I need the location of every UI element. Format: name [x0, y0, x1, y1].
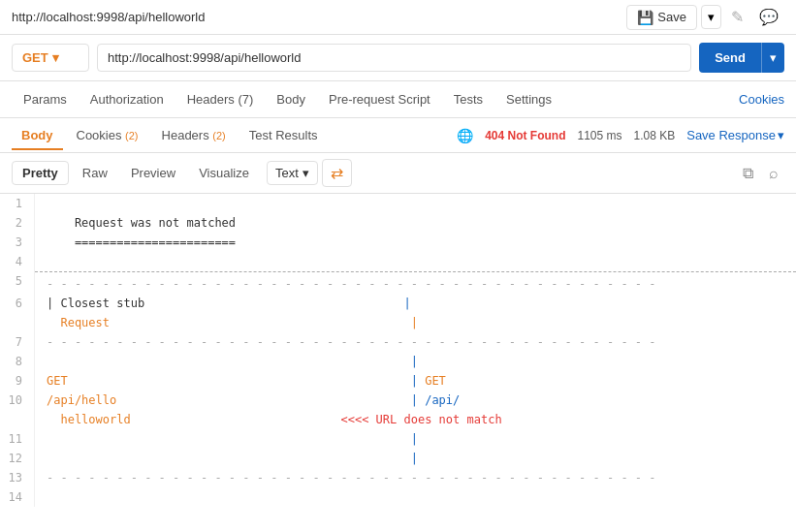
title-bar: http://localhost:9998/api/helloworld 💾 S…	[0, 0, 796, 35]
line-num-4: 4	[0, 252, 35, 271]
globe-icon: 🌐	[457, 128, 473, 143]
line-content-3: =======================	[35, 233, 796, 252]
tab-headers[interactable]: Headers (7)	[175, 84, 266, 116]
code-line-9: 9 GET | GET	[0, 371, 796, 391]
status-time: 1105 ms	[577, 129, 621, 142]
view-tab-raw[interactable]: Raw	[73, 162, 117, 184]
method-caret-icon: ▾	[52, 50, 59, 65]
wrap-icon: ⇄	[331, 165, 343, 181]
format-caret-icon: ▾	[302, 166, 309, 180]
url-input[interactable]	[97, 44, 691, 72]
request-bar: GET ▾ Send ▾	[0, 35, 796, 81]
line-content-6b: Request |	[35, 313, 796, 332]
search-button[interactable]: ⌕	[763, 161, 784, 186]
code-line-6: 6 | Closest stub |	[0, 294, 796, 313]
save-response-button[interactable]: Save Response ▾	[686, 128, 784, 142]
view-toolbar: Pretty Raw Preview Visualize Text ▾ ⇄ ⧉ …	[0, 153, 796, 194]
code-line-10: 10 /api/hello | /api/	[0, 391, 796, 410]
code-line-14: 14	[0, 487, 796, 507]
cookies-badge: (2)	[125, 130, 138, 141]
copy-icon: ⧉	[743, 165, 753, 181]
line-num-7: 7	[0, 332, 35, 352]
line-num-9: 9	[0, 371, 35, 391]
tab-authorization[interactable]: Authorization	[79, 84, 175, 116]
title-url: http://localhost:9998/api/helloworld	[12, 10, 205, 24]
method-select[interactable]: GET ▾	[12, 44, 89, 72]
send-button[interactable]: Send	[699, 43, 761, 73]
tab-params[interactable]: Params	[12, 84, 79, 116]
line-content-13: - - - - - - - - - - - - - - - - - - - - …	[35, 468, 796, 487]
status-size: 1.08 KB	[634, 129, 676, 142]
line-num-8: 8	[0, 352, 35, 371]
edit-button[interactable]: ✎	[725, 4, 749, 30]
wrap-button[interactable]: ⇄	[322, 159, 352, 187]
line-num-13: 13	[0, 468, 35, 487]
status-not-found: 404 Not Found	[485, 129, 565, 142]
line-num-10: 10	[0, 391, 35, 410]
send-label: Send	[715, 50, 746, 65]
line-num-12: 12	[0, 449, 35, 468]
sub-tab-headers[interactable]: Headers (2)	[152, 122, 236, 150]
comment-icon: 💬	[759, 9, 779, 25]
line-num-5: 5	[0, 271, 35, 294]
view-tab-preview[interactable]: Preview	[121, 162, 185, 184]
save-response-caret-icon: ▾	[778, 128, 784, 142]
format-label: Text	[275, 166, 299, 180]
save-caret-button[interactable]: ▾	[701, 5, 721, 29]
title-actions: 💾 Save ▾ ✎ 💬	[626, 4, 784, 30]
line-num-11: 11	[0, 429, 35, 449]
line-content-9: GET | GET	[35, 371, 796, 391]
tab-body[interactable]: Body	[265, 84, 317, 116]
save-icon: 💾	[637, 10, 653, 25]
code-line-12: 12 |	[0, 449, 796, 468]
send-caret-button[interactable]: ▾	[761, 43, 784, 73]
cookies-link[interactable]: Cookies	[739, 92, 784, 107]
comment-button[interactable]: 💬	[753, 4, 784, 30]
send-caret-icon: ▾	[770, 50, 777, 65]
save-caret-icon: ▾	[708, 10, 715, 24]
line-num-1: 1	[0, 194, 35, 213]
code-line-8: 8 |	[0, 352, 796, 371]
code-line-2: 2 Request was not matched	[0, 213, 796, 233]
line-content-11: |	[35, 429, 796, 449]
line-num-6b: 6	[0, 313, 35, 332]
line-content-2: Request was not matched	[35, 213, 796, 233]
sub-tab-test-results[interactable]: Test Results	[239, 122, 328, 150]
line-content-6: | Closest stub |	[35, 294, 796, 313]
copy-button[interactable]: ⧉	[737, 161, 759, 186]
search-icon: ⌕	[769, 165, 779, 181]
line-content-12: |	[35, 449, 796, 468]
sub-tab-body[interactable]: Body	[12, 122, 63, 150]
status-area: 🌐 404 Not Found 1105 ms 1.08 KB Save Res…	[457, 128, 784, 143]
code-line-6b: 6 Request |	[0, 313, 796, 332]
code-line-3: 3 =======================	[0, 233, 796, 252]
tab-tests[interactable]: Tests	[442, 84, 494, 116]
line-num-3: 3	[0, 233, 35, 252]
save-response-label: Save Response	[686, 128, 776, 142]
line-num-14: 14	[0, 487, 35, 507]
view-tab-pretty[interactable]: Pretty	[12, 161, 69, 185]
code-line-1: 1	[0, 194, 796, 213]
tab-settings[interactable]: Settings	[494, 84, 563, 116]
save-button[interactable]: 💾 Save	[626, 5, 697, 30]
code-line-13: 13 - - - - - - - - - - - - - - - - - - -…	[0, 468, 796, 487]
send-button-group: Send ▾	[699, 43, 784, 73]
line-num-10b: 10	[0, 410, 35, 429]
code-line-4: 4	[0, 252, 796, 271]
headers-badge: (2)	[212, 130, 225, 141]
code-line-7: 7 - - - - - - - - - - - - - - - - - - - …	[0, 332, 796, 352]
main-tabs: Params Authorization Headers (7) Body Pr…	[0, 81, 796, 118]
line-content-14	[35, 487, 796, 507]
sub-tab-cookies[interactable]: Cookies (2)	[67, 122, 148, 150]
format-select[interactable]: Text ▾	[267, 161, 318, 185]
line-content-7: - - - - - - - - - - - - - - - - - - - - …	[35, 332, 796, 352]
view-tab-visualize[interactable]: Visualize	[189, 162, 259, 184]
line-content-8: |	[35, 352, 796, 371]
sub-tabs: Body Cookies (2) Headers (2) Test Result…	[0, 118, 796, 153]
code-line-10b: 10 helloworld <<<< URL does not match	[0, 410, 796, 429]
code-line-11: 11 |	[0, 429, 796, 449]
line-content-10b: helloworld <<<< URL does not match	[35, 410, 796, 429]
tab-pre-request[interactable]: Pre-request Script	[317, 84, 442, 116]
code-line-5: 5 - - - - - - - - - - - - - - - - - - - …	[0, 271, 796, 294]
code-area[interactable]: 1 2 Request was not matched 3 ==========…	[0, 194, 796, 523]
